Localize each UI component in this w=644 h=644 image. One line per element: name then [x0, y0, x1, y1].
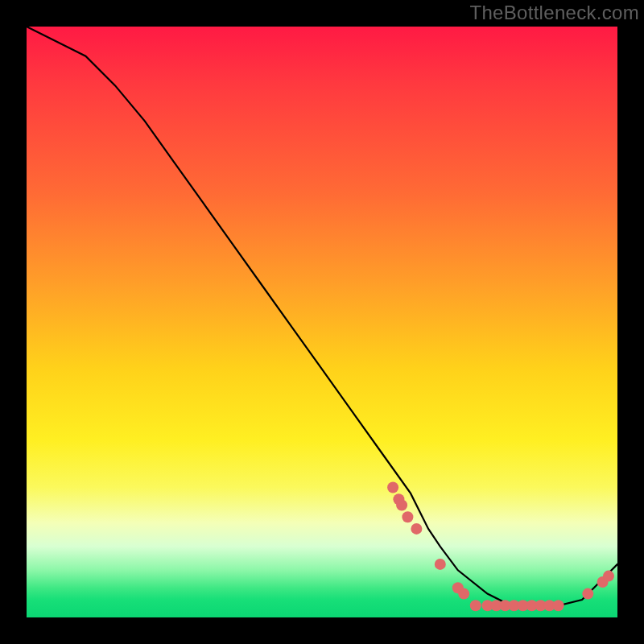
curve-line [27, 27, 617, 605]
data-marker [582, 588, 593, 600]
data-marker [458, 588, 469, 600]
data-marker [553, 600, 564, 611]
watermark-text: TheBottleneck.com [469, 2, 639, 24]
data-marker [402, 511, 413, 522]
data-marker [603, 571, 614, 582]
chart-frame: TheBottleneck.com [0, 0, 644, 644]
data-marker [396, 500, 407, 511]
chart-svg [27, 27, 617, 617]
plot-area [27, 27, 617, 617]
data-marker [411, 523, 422, 535]
markers-group [387, 482, 614, 612]
data-marker [470, 600, 481, 611]
data-marker [387, 482, 398, 493]
data-marker [435, 559, 446, 570]
